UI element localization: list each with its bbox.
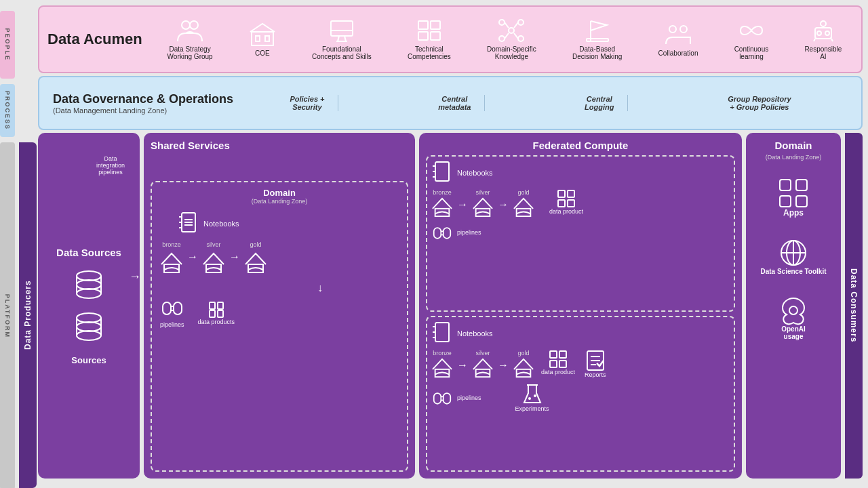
pipeline-icon-fed-bot xyxy=(431,388,453,407)
experiments-icon xyxy=(523,384,542,405)
svg-rect-86 xyxy=(550,351,557,358)
federated-top-box: Notebooks bronze → xyxy=(426,155,735,312)
silver-house-icon xyxy=(202,251,225,277)
federated-title: Federated Compute xyxy=(426,140,735,151)
gold-house-icon xyxy=(244,251,267,277)
svg-rect-103 xyxy=(780,196,791,207)
svg-rect-64 xyxy=(435,162,449,181)
people-item-label: Continuous learning xyxy=(734,45,769,60)
federated-bottom-box: Notebooks bronze → xyxy=(426,316,735,472)
notebook-icon-shared xyxy=(178,211,199,236)
people-item-ai: Responsible AI xyxy=(804,18,842,60)
svg-rect-104 xyxy=(796,196,807,207)
svg-point-44 xyxy=(77,322,101,331)
database-icon-1 xyxy=(72,268,106,304)
svg-point-0 xyxy=(182,21,190,29)
federated-compute-box: Federated Compute xyxy=(419,133,742,479)
domain-dashed-box: Domain (Data Landing Zone) xyxy=(151,181,408,472)
svg-point-32 xyxy=(825,31,829,35)
sources-label: Sources xyxy=(71,355,106,365)
svg-point-109 xyxy=(789,306,797,314)
svg-rect-87 xyxy=(559,351,566,358)
silver-house-fed-bot xyxy=(472,357,494,378)
data-products-icon xyxy=(208,300,224,319)
gold-house-fed-top xyxy=(513,196,534,218)
svg-rect-94 xyxy=(434,393,441,404)
svg-point-40 xyxy=(77,289,101,298)
svg-rect-102 xyxy=(796,180,807,190)
svg-point-29 xyxy=(821,21,826,26)
network-icon xyxy=(498,18,525,43)
svg-line-22 xyxy=(505,33,509,39)
notebooks-bot-fed: Notebooks xyxy=(457,329,493,338)
people-item-foundational: Foundational Concepts and Skills xyxy=(312,18,372,60)
svg-line-7 xyxy=(338,36,339,41)
pipeline-icon-shared xyxy=(161,297,183,321)
notebooks-top-fed: Notebooks xyxy=(457,169,493,177)
collaboration-icon xyxy=(665,22,692,47)
process-item-2: Central metadata xyxy=(425,95,485,111)
svg-rect-4 xyxy=(265,36,269,41)
process-item-3: Central Logging xyxy=(571,95,628,111)
svg-rect-62 xyxy=(218,302,223,309)
domain-consumers-title: Domain xyxy=(774,140,812,151)
svg-point-36 xyxy=(77,271,101,281)
svg-line-34 xyxy=(814,39,815,41)
svg-point-1 xyxy=(190,21,198,29)
svg-rect-89 xyxy=(559,361,566,367)
notebook-icon-fed-bot xyxy=(431,321,453,346)
bronze-house-icon xyxy=(160,251,183,277)
svg-rect-79 xyxy=(435,323,449,342)
people-item-label: Domain-Specific Knowledge xyxy=(487,45,536,60)
svg-rect-76 xyxy=(443,228,451,239)
people-item-label: Technical Competencies xyxy=(408,45,451,60)
data-product-label-fed-top: data product xyxy=(549,208,583,215)
people-item-domain: Domain-Specific Knowledge xyxy=(487,18,536,60)
toolkit-icon xyxy=(778,238,808,268)
people-title: Data Acumen xyxy=(47,30,156,48)
apps-label: Apps xyxy=(783,208,804,218)
svg-rect-63 xyxy=(218,310,223,317)
apps-item: Apps xyxy=(778,178,808,218)
svg-rect-101 xyxy=(780,180,791,190)
reports-icon xyxy=(586,350,605,371)
bronze-house-fed-top xyxy=(431,196,453,218)
process-label: PROCESS xyxy=(4,91,11,130)
svg-point-15 xyxy=(509,28,514,33)
domain-title: Domain xyxy=(157,188,401,198)
svg-rect-14 xyxy=(431,32,440,40)
experiments-label: Experiments xyxy=(515,405,549,412)
people-label: PEOPLE xyxy=(4,28,11,62)
pipelines-fed-top: pipelines xyxy=(457,229,481,236)
people-item-coe: COE xyxy=(249,22,276,57)
svg-line-23 xyxy=(514,33,518,39)
svg-line-21 xyxy=(514,22,518,28)
people-item-dswg: Data Strategy Working Group xyxy=(167,18,213,60)
notebook-icon-fed-top xyxy=(431,161,453,185)
svg-rect-3 xyxy=(256,36,260,41)
gold-label-fed-bot: gold xyxy=(517,350,529,357)
bronze-label-shared: bronze xyxy=(162,241,181,248)
shared-services-box: Shared Services Data integration pipelin… xyxy=(144,133,415,479)
svg-point-16 xyxy=(499,20,505,25)
svg-rect-71 xyxy=(558,190,565,197)
svg-rect-56 xyxy=(163,302,171,314)
process-subtitle: (Data Management Landing Zone) xyxy=(53,106,233,115)
people-item-label: Responsible AI xyxy=(804,45,842,60)
bronze-house-fed-bot xyxy=(431,357,453,378)
people-item-decision: Data-Based Decision Making xyxy=(572,18,622,60)
data-product-icon-fed-bot xyxy=(549,350,568,369)
svg-rect-13 xyxy=(418,32,428,40)
platform-label: PLATFORM xyxy=(4,293,11,338)
people-item-label: Data Strategy Working Group xyxy=(167,45,213,60)
openai-label: OpenAI usage xyxy=(781,325,806,340)
grid-icon xyxy=(416,18,443,43)
svg-rect-74 xyxy=(568,200,574,207)
svg-rect-6 xyxy=(331,21,353,36)
svg-rect-12 xyxy=(431,21,440,29)
toolkit-label: Data Science Toolkit xyxy=(760,268,826,275)
robot-icon xyxy=(810,18,837,43)
gold-label-fed-top: gold xyxy=(517,189,529,196)
data-product-label-fed-bot: data product xyxy=(541,369,575,375)
process-items: Policies + Security Central metadata Cen… xyxy=(233,95,848,111)
